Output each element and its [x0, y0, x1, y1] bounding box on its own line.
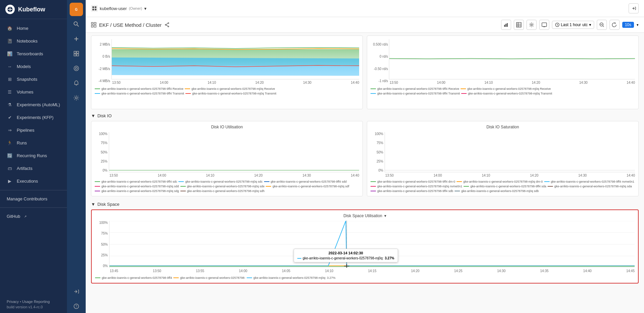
- app-logo[interactable]: Kubeflow: [0, 0, 67, 19]
- sidebar-item-label: Runs: [17, 140, 27, 145]
- sidebar-item-label: Pipelines: [17, 128, 34, 133]
- legend-color: [371, 93, 376, 94]
- tooltip: 2022-03-14 14:02:30 gke-arrikto-ioannis-…: [294, 249, 398, 262]
- legend-color: [371, 88, 376, 89]
- dashboard-actions: Last 1 hour utc ▾ 10s ▾: [501, 20, 639, 30]
- disk-io-charts-row: Disk IO Utilisation 100% 75% 50% 25% 0%: [91, 121, 639, 196]
- svg-text:?: ?: [75, 305, 77, 308]
- sidebar-item-tensorboards[interactable]: 📊 Tensorboards: [0, 47, 67, 60]
- sidebar-item-label: Notebooks: [17, 39, 37, 44]
- experiments-automl-icon: ⚗: [7, 102, 13, 108]
- disk-io-sat-top-panel: 0.500 rd/s 0 rd/s -0.50 rd/s -1 rd/s: [367, 36, 639, 109]
- dashboards-icon-btn[interactable]: [70, 47, 83, 60]
- add-icon-btn[interactable]: [70, 32, 83, 46]
- icon-rail: G: [67, 0, 86, 313]
- sidebar-item-label: Home: [17, 26, 28, 31]
- panel-display-btn[interactable]: [539, 20, 549, 30]
- bar-chart-btn[interactable]: [501, 20, 511, 30]
- disk-io-title[interactable]: ▼ Disk IO: [91, 113, 639, 118]
- network-y-labels: 2 MB/s 0 B/s -2 MB/s -4 MB/s: [95, 43, 110, 83]
- disk-io-sat2-title: Disk IO Saturation: [371, 125, 635, 129]
- svg-rect-20: [95, 9, 96, 10]
- svg-point-3: [74, 22, 77, 25]
- disk-sat2-legend: gke-arrikto-ioannis-c-general-workers-02…: [371, 180, 635, 193]
- grafana-icon-btn[interactable]: G: [70, 3, 83, 16]
- explore-icon-btn[interactable]: [70, 62, 83, 75]
- sidebar-item-experiments-automl[interactable]: ⚗ Experiments (AutoML): [0, 98, 67, 111]
- interval-badge[interactable]: 10s: [622, 22, 634, 28]
- time-range-selector[interactable]: Last 1 hour utc ▾: [552, 21, 594, 29]
- help-icon-btn[interactable]: ?: [70, 300, 83, 313]
- tooltip-timestamp: 2022-03-14 14:02:30: [297, 251, 394, 255]
- sidebar-item-label: Recurring Runs: [17, 153, 47, 158]
- sidebar-item-artifacts[interactable]: 🗃 Artifacts: [0, 162, 67, 175]
- alerts-icon-btn[interactable]: [70, 76, 83, 90]
- sidebar-item-label: Executions: [17, 179, 38, 184]
- namespace-selector[interactable]: kubeflow-user (Owner) ▾: [91, 5, 147, 12]
- panel-settings-btn[interactable]: [527, 20, 537, 30]
- content-area: 2 MB/s 0 B/s -2 MB/s -4 MB/s: [86, 33, 644, 313]
- sidebar-item-label: Experiments (AutoML): [17, 102, 60, 107]
- settings-icon-btn[interactable]: [70, 91, 83, 105]
- namespace-chevron: ▾: [144, 6, 147, 11]
- snapshots-icon: ⊞: [7, 76, 13, 82]
- sidebar-item-label: Artifacts: [17, 166, 32, 171]
- svg-line-4: [77, 25, 79, 26]
- sidebar-item-manage-contributors[interactable]: Manage Contributors: [0, 193, 67, 205]
- disk-space-section: ▼ Disk Space Disk Space Utilisation ▾ 10…: [91, 202, 639, 284]
- dashboard-title-area: EKF / USE Method / Cluster: [91, 22, 170, 28]
- tooltip-series-label: gke-arrikto-ioannis-c-general-workers-02…: [303, 256, 383, 260]
- table-view-btn[interactable]: [514, 20, 524, 30]
- zoom-out-btn[interactable]: [597, 20, 607, 30]
- time-range-label: Last 1 hour: [561, 22, 581, 27]
- grid-icon: [91, 22, 96, 27]
- refresh-btn[interactable]: [610, 20, 620, 30]
- util-y-labels: 100% 75% 50% 25% 0%: [95, 132, 107, 172]
- nav-divider-2: [0, 207, 67, 208]
- svg-line-28: [166, 23, 168, 24]
- sidebar-item-home[interactable]: 🏠 Home: [0, 22, 67, 35]
- sidebar-item-models[interactable]: ↔ Models: [0, 60, 67, 73]
- sidebar-item-volumes[interactable]: ☰ Volumes: [0, 85, 67, 98]
- sidebar-item-runs[interactable]: 🏃 Runs: [0, 136, 67, 149]
- sidebar-item-experiments-kfp[interactable]: ✔ Experiments (KFP): [0, 111, 67, 124]
- namespace-icon: [91, 5, 98, 12]
- usage-reporting-link[interactable]: Usage Reporting: [22, 300, 50, 304]
- svg-rect-21: [91, 22, 93, 24]
- legend-color: [95, 93, 100, 94]
- disk-space-y-labels: 100% 75% 50% 25% 0%: [95, 221, 108, 268]
- sidebar-item-executions[interactable]: ▶ Executions: [0, 175, 67, 187]
- sidebar-item-github[interactable]: GitHub ↗: [0, 210, 67, 222]
- section-label: Disk IO: [97, 113, 112, 118]
- svg-rect-31: [505, 24, 506, 27]
- sat2-y-labels: 100% 75% 50% 25% 0%: [371, 132, 383, 172]
- network-x-labels: 13:50 14:00 14:10 14:20 14:30 14:40: [111, 81, 359, 84]
- namespace-role: (Owner): [129, 6, 142, 10]
- collapse-icon-2: ▼: [91, 202, 95, 207]
- topbar: kubeflow-user (Owner) ▾: [86, 0, 644, 17]
- app-name: Kubeflow: [18, 6, 45, 13]
- disk-space-title[interactable]: ▼ Disk Space: [91, 202, 639, 207]
- tooltip-color: [297, 258, 301, 259]
- privacy-link[interactable]: Privacy: [7, 300, 19, 304]
- search-icon-btn[interactable]: [70, 17, 83, 31]
- svg-rect-17: [92, 6, 94, 8]
- timezone-label: utc: [582, 22, 588, 27]
- legend-item: gke-arrikto-ioannis-c-general-workers-02…: [371, 92, 460, 95]
- network-legend: gke-arrikto-ioannis-c-general-workers-02…: [95, 87, 359, 95]
- sidebar-item-recurring-runs[interactable]: 🔄 Recurring Runs: [0, 149, 67, 162]
- share-icon[interactable]: [164, 22, 170, 27]
- logout-btn[interactable]: [629, 3, 639, 13]
- svg-point-14: [75, 97, 77, 99]
- sidebar-item-snapshots[interactable]: ⊞ Snapshots: [0, 73, 67, 85]
- svg-rect-9: [74, 54, 76, 56]
- disk-space-legend: gke-arrikto-ioannis-c-general-workers-02…: [95, 276, 635, 279]
- sidebar-item-pipelines[interactable]: ⇒ Pipelines: [0, 124, 67, 136]
- svg-line-29: [166, 25, 168, 26]
- disk-util-legend: gke-arrikto-ioannis-c-general-workers-02…: [95, 180, 359, 193]
- svg-point-26: [165, 24, 166, 25]
- signin-icon-btn[interactable]: [70, 285, 83, 298]
- svg-point-27: [168, 26, 169, 27]
- sidebar-item-notebooks[interactable]: 📓 Notebooks: [0, 35, 67, 47]
- interval-chevron[interactable]: ▾: [637, 23, 639, 27]
